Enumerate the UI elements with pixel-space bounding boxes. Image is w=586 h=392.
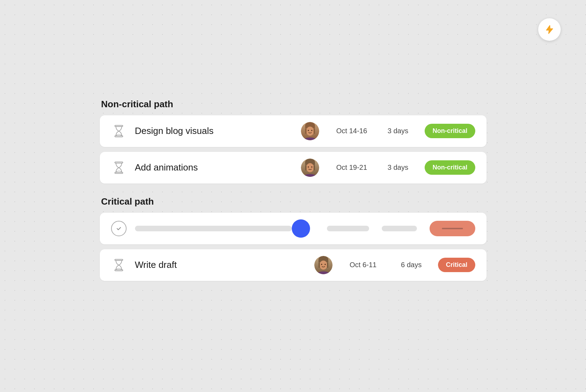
- task-name: Add animations: [135, 162, 301, 173]
- task-date-range: Oct 6-11: [349, 261, 388, 269]
- avatar: [301, 122, 319, 140]
- svg-rect-21: [305, 165, 307, 171]
- section-non-critical: Non-critical path Design blog visuals: [100, 99, 487, 184]
- lightning-button[interactable]: [538, 18, 561, 41]
- task-name: Write draft: [135, 259, 315, 270]
- svg-rect-12: [115, 162, 123, 163]
- svg-point-7: [308, 130, 309, 131]
- svg-point-30: [320, 261, 327, 270]
- task-card-task-1[interactable]: Design blog visuals Oct 14-163 daysNon-c…: [100, 115, 487, 147]
- svg-point-8: [311, 130, 313, 131]
- svg-rect-0: [115, 125, 123, 126]
- skeleton-badge-line: [442, 228, 463, 229]
- svg-rect-24: [115, 259, 123, 260]
- task-card-task-2[interactable]: Add animations Oct 19-213 daysNon-critic…: [100, 152, 487, 184]
- svg-rect-25: [115, 270, 123, 271]
- lightning-icon: [545, 25, 554, 34]
- skeleton-duration-bar: [382, 226, 417, 231]
- skeleton-name-bar: [135, 226, 292, 231]
- skeleton-date-bar: [327, 226, 369, 231]
- svg-rect-22: [314, 165, 315, 171]
- svg-point-31: [321, 264, 322, 265]
- svg-point-6: [306, 127, 314, 136]
- section-critical: Critical path Write draft: [100, 196, 487, 281]
- svg-rect-13: [115, 172, 123, 173]
- svg-rect-9: [305, 128, 307, 134]
- svg-rect-33: [318, 262, 320, 268]
- hourglass-svg: [112, 259, 125, 271]
- task-icon-hourglass: [111, 257, 127, 273]
- task-duration: 3 days: [387, 127, 412, 135]
- svg-rect-10: [314, 128, 315, 134]
- task-name: Design blog visuals: [135, 126, 301, 136]
- svg-point-19: [308, 166, 309, 168]
- task-date-range: Oct 14-16: [336, 127, 375, 135]
- task-badge: Non-critical: [425, 160, 475, 175]
- task-icon-hourglass: [111, 123, 127, 139]
- hourglass-svg: [112, 161, 125, 174]
- task-icon-hourglass: [111, 160, 127, 175]
- hourglass-svg: [112, 125, 125, 137]
- avatar-placeholder: [292, 219, 310, 238]
- task-card-task-3-skeleton[interactable]: [100, 213, 487, 244]
- task-card-task-4[interactable]: Write draft Oct 6-116 daysCritical: [100, 249, 487, 281]
- svg-point-20: [311, 166, 313, 168]
- task-badge: Critical: [438, 258, 475, 272]
- task-date-range: Oct 19-21: [336, 163, 375, 172]
- avatar: [301, 159, 319, 177]
- avatar: [314, 256, 333, 274]
- svg-point-18: [306, 163, 314, 172]
- task-duration: 3 days: [387, 163, 412, 172]
- svg-rect-1: [115, 136, 123, 137]
- section-heading-critical: Critical path: [100, 196, 487, 207]
- task-duration: 6 days: [401, 261, 425, 269]
- section-heading-non-critical: Non-critical path: [100, 99, 487, 110]
- checkmark-icon: [111, 221, 127, 236]
- main-container: Non-critical path Design blog visuals: [100, 85, 487, 308]
- svg-point-32: [325, 264, 326, 265]
- svg-rect-34: [327, 262, 328, 268]
- task-badge: Non-critical: [425, 124, 475, 138]
- skeleton-badge: [430, 221, 475, 236]
